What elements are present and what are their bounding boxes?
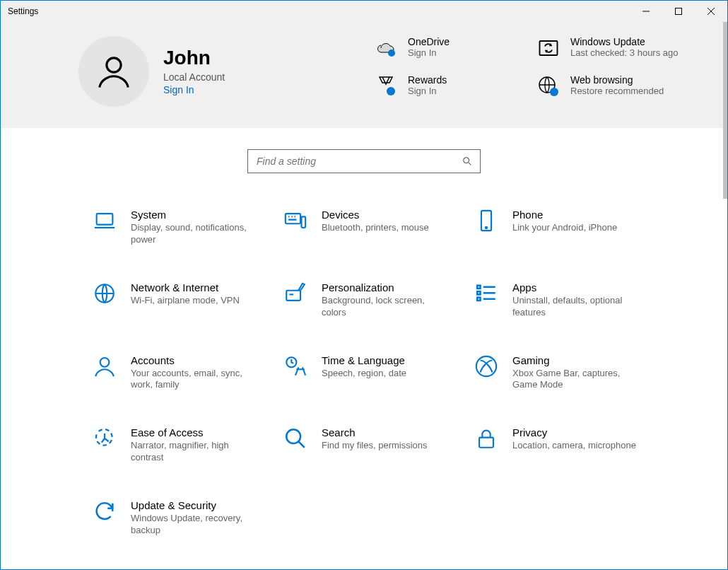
magnifier-icon bbox=[283, 426, 307, 450]
category-sub: Windows Update, recovery, backup bbox=[131, 513, 258, 537]
minimize-button[interactable] bbox=[630, 1, 662, 22]
tile-sub: Restore recommended bbox=[570, 86, 664, 96]
svg-rect-19 bbox=[477, 285, 480, 288]
user-icon bbox=[95, 52, 133, 91]
svg-rect-12 bbox=[97, 214, 113, 225]
time-language-icon bbox=[283, 354, 307, 378]
brush-icon bbox=[283, 281, 307, 306]
category-network[interactable]: Network & InternetWi-Fi, airplane mode, … bbox=[93, 281, 283, 319]
category-sub: Xbox Game Bar, captures, Game Mode bbox=[512, 368, 640, 392]
maximize-button[interactable] bbox=[662, 1, 695, 22]
xbox-icon bbox=[474, 354, 498, 378]
search-box[interactable] bbox=[247, 149, 481, 173]
category-title: Time & Language bbox=[322, 354, 406, 366]
svg-line-29 bbox=[298, 442, 305, 448]
avatar bbox=[78, 36, 149, 107]
header: John Local Account Sign In OneDrive Sign… bbox=[1, 22, 727, 128]
category-title: Update & Security bbox=[131, 499, 258, 511]
svg-rect-20 bbox=[477, 291, 480, 294]
category-sub: Find my files, permissions bbox=[322, 440, 428, 452]
account-role: Local Account bbox=[163, 71, 225, 83]
tile-title: Windows Update bbox=[570, 36, 679, 47]
svg-point-28 bbox=[286, 430, 300, 444]
titlebar: Settings bbox=[1, 1, 727, 22]
svg-rect-18 bbox=[286, 291, 300, 301]
category-title: Personalization bbox=[322, 281, 449, 293]
svg-rect-21 bbox=[477, 297, 480, 300]
tile-sub: Sign In bbox=[408, 47, 450, 58]
svg-point-9 bbox=[550, 88, 558, 96]
account-block: John Local Account Sign In bbox=[78, 36, 225, 107]
svg-rect-13 bbox=[286, 214, 300, 223]
category-title: Apps bbox=[512, 281, 640, 293]
category-search[interactable]: SearchFind my files, permissions bbox=[283, 426, 474, 464]
sync-icon bbox=[536, 36, 560, 60]
person-icon bbox=[93, 354, 117, 378]
tile-title: Rewards bbox=[408, 74, 447, 86]
account-signin-link[interactable]: Sign In bbox=[163, 84, 225, 95]
category-sub: Display, sound, notifications, power bbox=[131, 222, 258, 246]
svg-point-16 bbox=[486, 227, 487, 228]
tile-title: Web browsing bbox=[570, 74, 664, 86]
ease-icon bbox=[93, 426, 117, 450]
lock-icon bbox=[474, 426, 498, 450]
svg-rect-14 bbox=[302, 216, 306, 228]
category-sub: Speech, region, date bbox=[322, 368, 406, 380]
svg-point-7 bbox=[387, 87, 395, 95]
svg-point-5 bbox=[388, 50, 395, 57]
keyboard-icon bbox=[283, 209, 307, 233]
category-devices[interactable]: DevicesBluetooth, printers, mouse bbox=[283, 209, 474, 246]
medal-icon bbox=[374, 74, 398, 98]
phone-icon bbox=[474, 209, 498, 233]
svg-point-27 bbox=[476, 356, 496, 376]
category-sub: Bluetooth, printers, mouse bbox=[322, 222, 429, 234]
category-phone[interactable]: PhoneLink your Android, iPhone bbox=[474, 209, 665, 246]
svg-line-11 bbox=[469, 163, 471, 165]
globe-icon bbox=[93, 281, 117, 306]
category-gaming[interactable]: GamingXbox Game Bar, captures, Game Mode bbox=[474, 354, 665, 392]
category-sub: Wi-Fi, airplane mode, VPN bbox=[131, 295, 240, 307]
svg-rect-6 bbox=[540, 41, 558, 55]
category-sub: Your accounts, email, sync, work, family bbox=[131, 368, 258, 392]
category-title: Devices bbox=[322, 209, 429, 221]
category-title: Ease of Access bbox=[131, 426, 258, 438]
tile-web-browsing[interactable]: Web browsing Restore recommended bbox=[536, 74, 685, 98]
category-title: System bbox=[131, 209, 258, 221]
search-input[interactable] bbox=[255, 155, 456, 168]
categories-grid: SystemDisplay, sound, notifications, pow… bbox=[1, 173, 727, 544]
globe-badge-icon bbox=[536, 74, 560, 98]
tile-sub: Sign In bbox=[408, 86, 447, 96]
tile-onedrive[interactable]: OneDrive Sign In bbox=[374, 36, 522, 60]
list-icon bbox=[474, 281, 498, 306]
category-sub: Link your Android, iPhone bbox=[512, 222, 617, 234]
update-icon bbox=[93, 499, 117, 523]
tile-title: OneDrive bbox=[408, 36, 450, 47]
category-system[interactable]: SystemDisplay, sound, notifications, pow… bbox=[93, 209, 283, 246]
category-personalization[interactable]: PersonalizationBackground, lock screen, … bbox=[283, 281, 474, 319]
tile-rewards[interactable]: Rewards Sign In bbox=[374, 74, 522, 98]
category-sub: Background, lock screen, colors bbox=[322, 295, 449, 319]
scrollbar[interactable] bbox=[723, 22, 727, 199]
category-apps[interactable]: AppsUninstall, defaults, optional featur… bbox=[474, 281, 665, 319]
category-sub: Location, camera, microphone bbox=[512, 440, 636, 452]
category-privacy[interactable]: PrivacyLocation, camera, microphone bbox=[474, 426, 665, 464]
window-title: Settings bbox=[1, 6, 38, 16]
category-ease-of-access[interactable]: Ease of AccessNarrator, magnifier, high … bbox=[93, 426, 283, 464]
close-button[interactable] bbox=[695, 1, 727, 22]
category-time-language[interactable]: Time & LanguageSpeech, region, date bbox=[283, 354, 474, 392]
category-title: Privacy bbox=[512, 426, 636, 438]
category-sub: Uninstall, defaults, optional features bbox=[512, 295, 640, 319]
svg-point-25 bbox=[100, 358, 110, 367]
svg-point-4 bbox=[107, 58, 121, 72]
category-title: Search bbox=[322, 426, 428, 438]
laptop-icon bbox=[93, 209, 117, 233]
category-title: Network & Internet bbox=[131, 281, 240, 293]
category-accounts[interactable]: AccountsYour accounts, email, sync, work… bbox=[93, 354, 283, 392]
account-name: John bbox=[163, 47, 225, 69]
svg-rect-1 bbox=[676, 8, 682, 15]
category-sub: Narrator, magnifier, high contrast bbox=[131, 440, 258, 464]
tile-windows-update[interactable]: Windows Update Last checked: 3 hours ago bbox=[536, 36, 685, 60]
cloud-icon bbox=[374, 36, 398, 60]
category-update-security[interactable]: Update & SecurityWindows Update, recover… bbox=[93, 499, 283, 537]
svg-rect-30 bbox=[479, 438, 493, 448]
